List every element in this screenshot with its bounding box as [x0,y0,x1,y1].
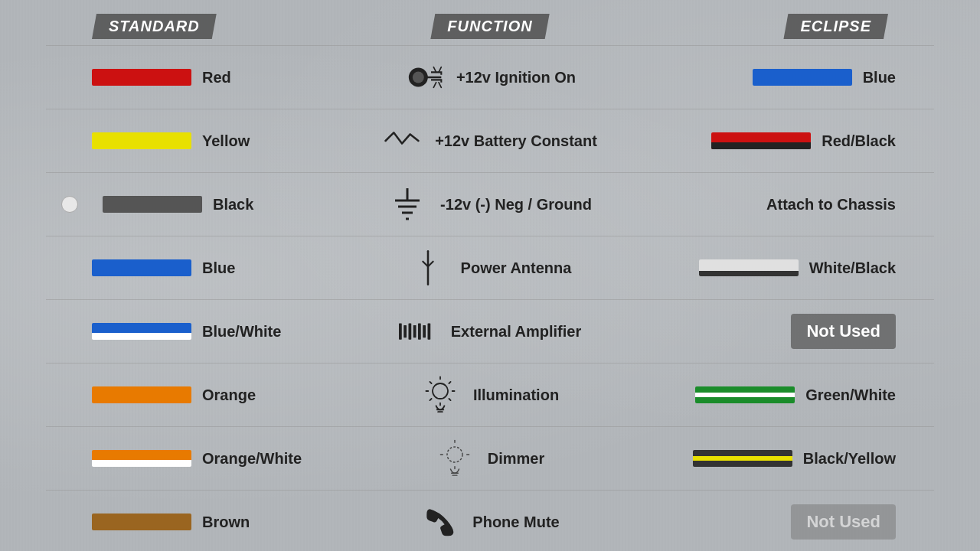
standard-col-illumination: Orange [46,386,322,404]
standard-col-ground: Black [46,196,322,214]
function-label-amplifier: External Amplifier [451,323,581,341]
data-row-dimmer: Orange/White DimmerBlack/Yellow [46,427,934,490]
standard-label-dimmer: Orange/White [202,450,302,468]
svg-point-18 [433,383,448,399]
eclipse-col-amplifier: Not Used [658,314,934,349]
function-header-col: FUNCTION [322,14,658,39]
data-row-phone-mute: Brown Phone MuteNot Used [46,491,934,551]
standard-col-dimmer: Orange/White [46,450,322,468]
eclipse-col-dimmer: Black/Yellow [658,450,934,468]
ground-icon [388,185,426,223]
eclipse-col-phone-mute: Not Used [658,504,934,540]
ignition-icon [404,58,443,96]
function-label-dimmer: Dimmer [488,450,544,468]
not-used-dim-badge-phone-mute: Not Used [791,504,896,540]
standard-label-ground: Black [213,196,253,214]
svg-rect-13 [408,323,411,339]
standard-col-amplifier: Blue/White [46,323,322,341]
function-label-illumination: Illumination [473,386,559,404]
function-header: FUNCTION [430,14,549,39]
svg-rect-11 [399,323,402,339]
eclipse-header: ECLIPSE [783,14,888,39]
function-label-ground: -12v (-) Neg / Ground [440,196,592,214]
function-label-battery: +12v Battery Constant [435,132,597,150]
amplifier-icon [399,312,437,350]
eclipse-label-ignition: Blue [863,69,896,86]
data-row-ground: Black -12v (-) Neg / GroundAttach to Cha… [46,173,934,236]
svg-point-29 [447,447,462,462]
function-label-phone-mute: Phone Mute [472,514,559,531]
function-col-battery: +12v Battery Constant [322,122,658,160]
data-row-amplifier: Blue/White External AmplifierNot Used [46,300,934,363]
svg-rect-12 [403,325,407,337]
svg-rect-16 [423,325,426,337]
eclipse-swatch-battery [711,132,811,149]
antenna-icon [409,249,447,287]
svg-line-26 [449,399,450,400]
svg-rect-17 [427,323,430,339]
function-col-illumination: Illumination [322,376,658,414]
eclipse-swatch-ignition [753,69,852,86]
eclipse-label-battery: Red/Black [822,132,896,150]
wire-swatch-illumination [92,386,191,403]
function-col-ground: -12v (-) Neg / Ground [322,185,658,223]
wire-diagram-table: STANDARD FUNCTION ECLIPSE Red +12v Ignit… [0,0,980,551]
standard-col-phone-mute: Brown [46,514,322,531]
eclipse-label-illumination: Green/White [805,386,896,404]
wire-swatch-phone-mute [92,514,191,530]
wire-swatch-antenna [92,259,191,276]
function-col-ignition: +12v Ignition On [322,58,658,96]
eclipse-label-dimmer: Black/Yellow [803,450,896,468]
eclipse-text-ground: Attach to Chassis [766,196,896,214]
wire-swatch-amplifier [92,323,191,340]
function-label-antenna: Power Antenna [461,259,572,277]
wire-swatch-dimmer [92,450,191,467]
wire-swatch-ground [103,196,202,213]
standard-col-antenna: Blue [46,259,322,277]
data-row-battery: Yellow +12v Battery ConstantRed/Black [46,109,934,172]
standard-header: STANDARD [92,14,217,39]
rows-container: Red +12v Ignition OnBlueYellow +12v Batt… [46,46,934,551]
illumination-icon [421,376,459,414]
function-col-phone-mute: Phone Mute [322,503,658,541]
header-row: STANDARD FUNCTION ECLIPSE [46,8,934,44]
standard-label-battery: Yellow [202,132,250,150]
row-indicator [61,196,78,213]
data-row-illumination: Orange IlluminationGreen/White [46,364,934,426]
svg-rect-15 [418,323,421,339]
eclipse-col-battery: Red/Black [658,132,934,150]
standard-col-ignition: Red [46,69,322,86]
phone-icon [420,503,459,541]
function-col-dimmer: Dimmer [322,439,658,478]
eclipse-col-ground: Attach to Chassis [658,196,934,214]
eclipse-col-illumination: Green/White [658,386,934,404]
eclipse-label-antenna: White/Black [809,259,896,277]
data-row-antenna: Blue Power AntennaWhite/Black [46,236,934,299]
wire-swatch-ignition [92,69,191,86]
function-col-amplifier: External Amplifier [322,312,658,350]
eclipse-swatch-antenna [699,259,799,276]
standard-label-amplifier: Blue/White [202,323,281,341]
standard-label-illumination: Orange [202,386,256,404]
not-used-badge-amplifier: Not Used [791,314,896,349]
standard-header-col: STANDARD [46,14,322,39]
svg-line-24 [449,382,450,383]
standard-label-phone-mute: Brown [202,514,250,531]
eclipse-swatch-dimmer [693,450,792,467]
svg-point-1 [413,72,424,83]
svg-line-23 [430,382,431,383]
wire-swatch-battery [92,132,191,149]
eclipse-header-col: ECLIPSE [658,14,934,39]
data-row-ignition: Red +12v Ignition OnBlue [46,46,934,109]
standard-label-ignition: Red [202,69,231,86]
standard-col-battery: Yellow [46,132,322,150]
standard-label-antenna: Blue [202,259,235,277]
function-col-antenna: Power Antenna [322,249,658,287]
battery-icon [383,122,421,160]
eclipse-col-antenna: White/Black [658,259,934,277]
eclipse-swatch-illumination [695,386,795,403]
svg-rect-14 [413,325,416,337]
svg-line-25 [430,399,431,400]
dimmer-icon [436,439,474,478]
eclipse-col-ignition: Blue [658,69,934,86]
